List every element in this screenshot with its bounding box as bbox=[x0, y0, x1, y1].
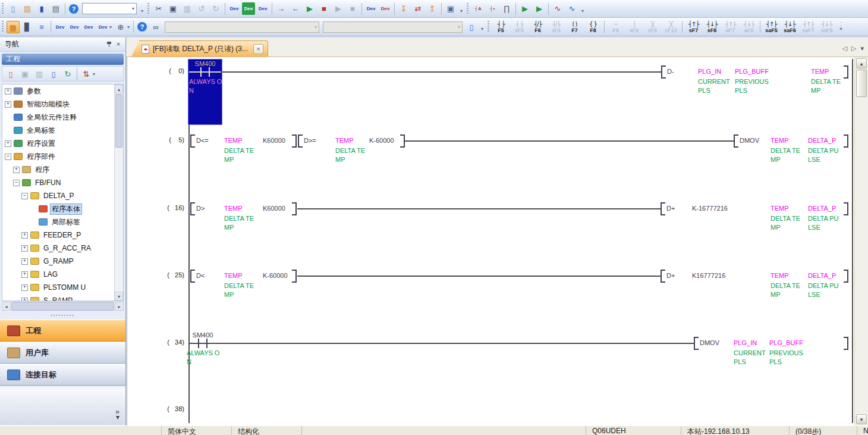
ladder-rising-pulse-button[interactable]: ┤↑├sF7 bbox=[684, 19, 703, 35]
toolbar-grip[interactable] bbox=[488, 21, 489, 33]
operand-device-label[interactable]: DELTA_P bbox=[808, 204, 836, 212]
tab-scroll-right-icon[interactable]: ▷ bbox=[851, 45, 856, 52]
trend-graph-icon[interactable]: ∿ bbox=[551, 2, 564, 15]
tab-scroll-left-icon[interactable]: ◁ bbox=[842, 45, 847, 52]
tree-item-global-device-comment[interactable]: 全局软元件注释 bbox=[2, 111, 123, 124]
operand-device-label[interactable]: TEMP bbox=[770, 271, 789, 280]
operand-device-label[interactable]: PLG_IN bbox=[734, 339, 757, 347]
open-contact-symbol[interactable] bbox=[198, 339, 199, 348]
device-memory-edit-icon[interactable]: Dev bbox=[256, 2, 269, 15]
toolbar-overflow-icon[interactable]: ▾ bbox=[579, 3, 586, 15]
remote-operation-icon[interactable]: ▣ bbox=[444, 2, 457, 15]
operand-device-label[interactable]: DELTA_P bbox=[808, 136, 836, 145]
sort-filter-icon[interactable]: ⇅ bbox=[80, 68, 93, 80]
tree-item-program[interactable]: +程序 bbox=[2, 163, 123, 176]
operand-device-label[interactable]: TEMP bbox=[770, 204, 789, 212]
tree-item-feeder-p[interactable]: +FEEDER_P bbox=[2, 229, 123, 242]
tree-item-plstomm[interactable]: +PLSTOMM U bbox=[2, 281, 123, 294]
save-project-icon[interactable]: ▮ bbox=[35, 2, 48, 15]
scrollbar-thumb[interactable] bbox=[856, 70, 867, 97]
state-monitor-icon[interactable]: ∿ bbox=[565, 2, 578, 15]
close-tab-icon[interactable]: × bbox=[253, 44, 263, 54]
open-contact-symbol[interactable] bbox=[200, 67, 202, 77]
ladder-coil-button[interactable]: ( )F7 bbox=[565, 19, 584, 35]
toolbar-overflow-icon[interactable]: ▾ bbox=[139, 3, 146, 15]
editor-vertical-scrollbar[interactable]: ▴ ▾ bbox=[854, 57, 868, 425]
scan-time-measure-icon[interactable]: ▶ bbox=[518, 2, 532, 15]
scroll-left-icon[interactable]: ◂ bbox=[2, 302, 11, 311]
scroll-up-icon[interactable]: ▴ bbox=[115, 85, 123, 93]
expand-icon[interactable]: + bbox=[5, 101, 11, 108]
device-display-dropdown-icon[interactable]: ▾ bbox=[109, 24, 112, 30]
refresh-view-icon[interactable]: ↻ bbox=[61, 68, 74, 80]
cross-reference-icon[interactable]: ∞ bbox=[149, 21, 162, 33]
toolbar-grip[interactable] bbox=[147, 3, 149, 15]
instruction-text[interactable]: DMOV bbox=[740, 136, 759, 145]
scroll-right-icon[interactable]: ▸ bbox=[115, 302, 124, 311]
operand-device-label[interactable]: PLG_IN bbox=[698, 67, 721, 76]
device-comment-display-icon[interactable]: Dev bbox=[54, 21, 67, 33]
expand-icon[interactable]: + bbox=[21, 258, 28, 265]
toolbar-grip[interactable] bbox=[2, 21, 4, 33]
ladder-open-contact-button[interactable]: ┤ ├F5 bbox=[492, 19, 510, 35]
collapse-icon[interactable]: − bbox=[21, 193, 28, 199]
read-from-plc-icon[interactable]: ← bbox=[289, 2, 302, 15]
toolbar-overflow-strip[interactable]: ⁚▾ bbox=[837, 19, 845, 35]
note-display-icon[interactable]: Dev bbox=[82, 21, 95, 33]
tree-item-program-body[interactable]: 程序本体 bbox=[2, 202, 123, 215]
property-icon[interactable]: ▯ bbox=[47, 68, 60, 80]
operand-device-label[interactable]: TEMP bbox=[770, 136, 789, 145]
help-icon[interactable]: ? bbox=[69, 4, 78, 14]
write-to-plc-icon[interactable]: → bbox=[275, 2, 288, 15]
tree-item-parameter[interactable]: +参数 bbox=[2, 85, 123, 98]
tree-item-delta-p[interactable]: −DELTA_P bbox=[2, 189, 123, 202]
device-display-icon[interactable]: Dev bbox=[96, 21, 109, 33]
instruction-text[interactable]: D- bbox=[667, 67, 674, 76]
device-batch-monitor-icon[interactable]: Dev bbox=[364, 2, 378, 15]
scrollbar-thumb[interactable] bbox=[115, 94, 122, 148]
operand-device-label[interactable]: TEMP bbox=[224, 136, 243, 145]
instruction-text[interactable]: K-60000 bbox=[369, 136, 394, 145]
instruction-text[interactable]: D> bbox=[196, 204, 205, 212]
instruction-text[interactable]: K-60000 bbox=[263, 271, 288, 280]
tree-item-global-label[interactable]: 全局标签 bbox=[2, 124, 123, 137]
expand-icon[interactable]: + bbox=[21, 232, 28, 239]
copy-icon[interactable]: ▣ bbox=[166, 2, 180, 15]
tree-item-intelligent-module[interactable]: +智能功能模块 bbox=[2, 98, 123, 111]
operand-device-label[interactable]: TEMP bbox=[811, 67, 829, 76]
toolbar-grip[interactable] bbox=[2, 3, 4, 15]
instruction-text[interactable]: K60000 bbox=[263, 136, 285, 145]
tree-item-g-r-acc-ra[interactable]: +G_R_ACC_RA bbox=[2, 242, 123, 255]
open-contact-symbol[interactable] bbox=[206, 339, 207, 348]
ladder-closed-contact-button[interactable]: ┤/├F6 bbox=[529, 19, 547, 35]
verify-with-plc-icon[interactable]: ⇄ bbox=[411, 2, 424, 15]
operand-device-label[interactable]: TEMP bbox=[224, 204, 243, 212]
tree-item-lag[interactable]: +LAG bbox=[2, 268, 123, 281]
scroll-down-icon[interactable]: ▾ bbox=[856, 414, 867, 424]
operand-device-label[interactable]: TEMP bbox=[224, 271, 243, 280]
device-test-icon[interactable]: ┤• bbox=[486, 2, 499, 15]
ladder-falling-pulse-button[interactable]: ┤↓├sF8 bbox=[703, 19, 721, 35]
operand-device-label[interactable]: PLG_BUFF bbox=[735, 67, 769, 76]
expand-icon[interactable]: + bbox=[13, 167, 20, 173]
toolbar-grip[interactable] bbox=[467, 3, 468, 15]
view-connection-button[interactable]: 连接目标 bbox=[0, 364, 125, 386]
scroll-up-icon[interactable]: ▴ bbox=[856, 58, 867, 68]
tree-item-g-ramp[interactable]: +G_RAMP bbox=[2, 255, 123, 268]
collapse-icon[interactable]: − bbox=[5, 154, 11, 160]
toolbar-overflow-icon[interactable]: ▾ bbox=[458, 3, 465, 15]
statement-display-icon[interactable]: Dev bbox=[68, 21, 81, 33]
add-new-item-icon[interactable]: ▯ bbox=[4, 68, 17, 80]
pin-icon[interactable] bbox=[104, 40, 114, 49]
tab-fb-delta-p[interactable]: ◂▸ [FB]读取 DELTA_P (只读) (3... × bbox=[131, 40, 268, 57]
download-program-icon[interactable]: ↧ bbox=[397, 2, 410, 15]
upload-program-icon[interactable]: ↥ bbox=[426, 2, 439, 15]
print-icon[interactable]: ▤ bbox=[49, 2, 62, 15]
quick-access-combo[interactable]: ▾ bbox=[82, 3, 137, 14]
expand-icon[interactable]: + bbox=[5, 88, 11, 95]
cut-icon[interactable]: ✂ bbox=[152, 2, 165, 15]
help-icon-2[interactable]: ? bbox=[137, 22, 147, 32]
stop-monitor-icon[interactable]: ■ bbox=[317, 2, 331, 15]
view-project-button[interactable]: 工程 bbox=[0, 320, 125, 342]
device-find-dropdown-icon[interactable]: ▾ bbox=[127, 24, 130, 30]
